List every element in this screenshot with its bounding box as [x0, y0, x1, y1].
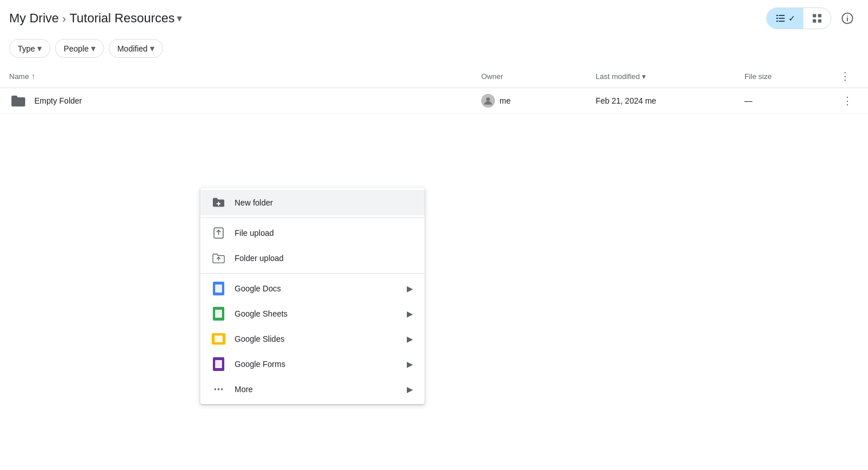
header: My Drive › Tutorial Resources ▾ ✓: [0, 0, 868, 34]
svg-rect-3: [813, 14, 817, 18]
svg-point-2: [776, 21, 778, 22]
view-controls: ✓: [766, 7, 859, 30]
name-label: Name: [9, 72, 29, 81]
folder-dropdown-icon: ▾: [177, 12, 182, 25]
table-more-options-button[interactable]: ⋮: [836, 67, 854, 85]
owner-label: me: [500, 96, 510, 105]
name-column-header[interactable]: Name ↑: [9, 72, 481, 81]
modified-label: Last modified: [596, 72, 640, 81]
cell-name: Empty Folder: [9, 92, 481, 110]
svg-point-11: [486, 97, 490, 101]
current-folder-link[interactable]: Tutorial Resources ▾: [69, 11, 182, 26]
modified-value: Feb 21, 2024 me: [596, 96, 656, 105]
people-chevron-icon: ▾: [91, 43, 96, 54]
breadcrumb: My Drive › Tutorial Resources ▾: [9, 11, 182, 26]
type-chevron-icon: ▾: [37, 43, 42, 54]
name-sort-icon: ↑: [31, 72, 35, 81]
more-column-header: ⋮: [836, 67, 859, 85]
cell-modified: Feb 21, 2024 me: [596, 96, 744, 105]
modified-chevron-icon: ▾: [150, 43, 154, 54]
file-name-label: Empty Folder: [34, 96, 82, 105]
type-filter[interactable]: Type ▾: [9, 39, 50, 58]
list-view-button[interactable]: ✓: [767, 8, 803, 29]
grid-view-button[interactable]: [803, 8, 831, 29]
table-header: Name ↑ Owner Last modified ▾ File size ⋮: [0, 65, 868, 88]
folder-icon: [9, 92, 27, 110]
cell-owner: me: [481, 94, 596, 108]
table-row[interactable]: Empty Folder me Feb 21, 2024 me — ⋮: [0, 88, 868, 114]
modified-column-header[interactable]: Last modified ▾: [596, 72, 744, 81]
cell-size: —: [744, 96, 836, 105]
modified-filter-label: Modified: [117, 44, 148, 53]
svg-rect-4: [818, 14, 822, 18]
view-toggle: ✓: [766, 7, 831, 29]
current-folder-label: Tutorial Resources: [69, 11, 175, 26]
people-filter-label: People: [64, 44, 89, 53]
row-more-options-button[interactable]: ⋮: [838, 92, 857, 110]
svg-rect-6: [818, 19, 822, 23]
modified-sort-icon: ▾: [642, 72, 646, 81]
svg-rect-5: [813, 19, 817, 23]
size-column-header: File size: [744, 72, 836, 81]
svg-point-1: [776, 18, 778, 19]
my-drive-link[interactable]: My Drive: [9, 11, 59, 26]
filter-bar: Type ▾ People ▾ Modified ▾: [0, 34, 868, 65]
info-button[interactable]: [836, 7, 859, 30]
modified-filter[interactable]: Modified ▾: [109, 39, 163, 58]
cell-more: ⋮: [836, 92, 859, 110]
people-filter[interactable]: People ▾: [55, 39, 104, 58]
breadcrumb-separator: ›: [62, 12, 66, 25]
owner-column-header: Owner: [481, 72, 596, 81]
type-filter-label: Type: [18, 44, 35, 53]
avatar: [481, 94, 495, 108]
svg-point-0: [776, 15, 778, 17]
file-table: Name ↑ Owner Last modified ▾ File size ⋮…: [0, 65, 868, 114]
size-value: —: [744, 96, 752, 105]
svg-point-9: [847, 15, 848, 17]
